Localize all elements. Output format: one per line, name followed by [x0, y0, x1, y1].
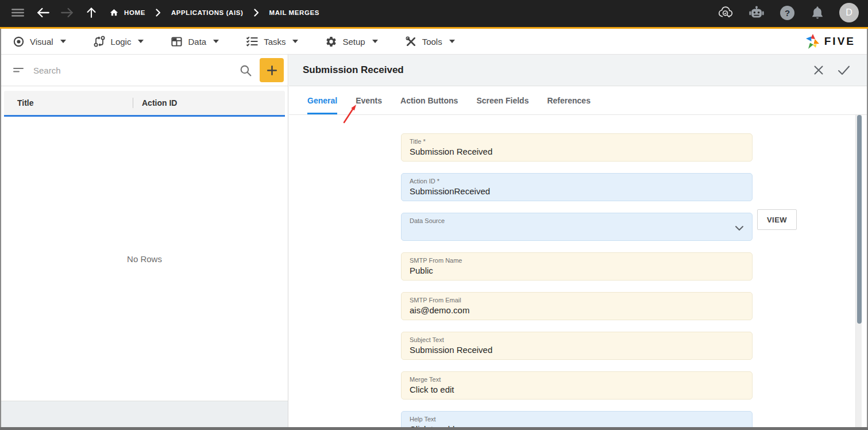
- topbar-right-icons: ? D: [717, 3, 859, 22]
- detail-header: Submission Received: [289, 55, 867, 86]
- breadcrumb: HOMEAPPLICATIONS (AIS)MAIL MERGES: [109, 8, 319, 17]
- back-arrow-icon[interactable]: [34, 4, 52, 21]
- form-fields: Title *Submission ReceivedAction ID *Sub…: [401, 133, 753, 430]
- chevron-down-icon[interactable]: [735, 223, 744, 233]
- field-label: Help Text: [410, 415, 744, 423]
- menu-item-data[interactable]: Data: [171, 36, 219, 48]
- chevron-down-caret-icon: [292, 40, 298, 43]
- menu-item-label: Data: [188, 37, 206, 47]
- field-merge-text[interactable]: Merge TextClick to edit: [401, 371, 753, 400]
- menu-item-setup[interactable]: Setup: [325, 36, 377, 48]
- breadcrumb-item-applications-ais[interactable]: APPLICATIONS (AIS): [171, 9, 244, 16]
- view-button[interactable]: VIEW: [757, 209, 797, 230]
- breadcrumb-label: HOME: [124, 9, 145, 16]
- field-title[interactable]: Title *Submission Received: [401, 133, 753, 162]
- window-frame-bottom: [0, 427, 868, 430]
- close-icon[interactable]: [811, 62, 827, 78]
- menu-item-label: Logic: [111, 37, 132, 47]
- menu-item-label: Setup: [342, 37, 365, 47]
- menu-toolbar: VisualLogicDataTasksSetupTools FIVE: [0, 29, 868, 55]
- forward-arrow-icon[interactable]: [59, 4, 76, 21]
- tab-action-buttons[interactable]: Action Buttons: [400, 86, 458, 114]
- menu-setup-icon: [325, 36, 337, 48]
- field-label: Data Source: [410, 217, 744, 225]
- up-arrow-icon[interactable]: [83, 4, 100, 21]
- notifications-bell-icon[interactable]: [809, 4, 826, 21]
- field-label: SMTP From Email: [410, 296, 744, 304]
- menu-item-tools[interactable]: Tools: [405, 36, 455, 48]
- field-value: Submission Received: [410, 344, 744, 356]
- menu-tools-icon: [405, 36, 417, 48]
- chevron-down-caret-icon: [449, 40, 455, 43]
- menu-items: VisualLogicDataTasksSetupTools: [13, 35, 482, 48]
- menu-item-visual[interactable]: Visual: [13, 36, 66, 48]
- column-header-title[interactable]: Title: [4, 98, 133, 108]
- top-navbar: HOMEAPPLICATIONS (AIS)MAIL MERGES ? D: [0, 0, 868, 29]
- tab-references[interactable]: References: [547, 86, 591, 114]
- chevron-down-caret-icon: [372, 40, 378, 43]
- field-value: [410, 225, 744, 237]
- field-smtp-from-email[interactable]: SMTP From Emailais@demo.com: [401, 292, 753, 320]
- menu-item-label: Tools: [422, 37, 442, 47]
- filter-icon[interactable]: [13, 64, 24, 76]
- field-action-id[interactable]: Action ID *SubmissionReceived: [401, 173, 753, 201]
- window-frame-left: [0, 29, 1, 430]
- menu-data-icon: [171, 36, 183, 48]
- form-content: Title *Submission ReceivedAction ID *Sub…: [289, 115, 867, 427]
- tab-events[interactable]: Events: [356, 86, 382, 114]
- list-footer: [1, 401, 288, 427]
- search-input[interactable]: [33, 66, 239, 75]
- home-icon: [109, 8, 119, 17]
- field-label: Merge Text: [410, 375, 744, 383]
- vertical-scrollbar[interactable]: [855, 115, 862, 427]
- field-value: Public: [410, 264, 744, 277]
- user-avatar[interactable]: D: [839, 3, 859, 22]
- field-smtp-from-name[interactable]: SMTP From NamePublic: [401, 252, 753, 281]
- detail-title: Submission Received: [303, 64, 404, 76]
- field-value: Click to edit: [410, 383, 744, 396]
- menu-item-label: Tasks: [264, 37, 286, 47]
- breadcrumb-label: MAIL MERGES: [269, 9, 320, 16]
- search-row: [1, 55, 288, 86]
- save-check-icon[interactable]: [836, 62, 852, 78]
- menu-item-label: Visual: [30, 37, 53, 47]
- tab-screen-fields[interactable]: Screen Fields: [476, 86, 528, 114]
- field-data-source[interactable]: Data Source: [401, 213, 753, 241]
- assistant-bot-icon[interactable]: [748, 4, 765, 21]
- field-value: Submission Received: [410, 145, 744, 158]
- chevron-down-caret-icon: [60, 40, 66, 43]
- plus-icon: [265, 64, 279, 77]
- field-subject-text[interactable]: Subject TextSubmission Received: [401, 332, 753, 360]
- chevron-down-caret-icon: [138, 40, 144, 43]
- chevron-down-caret-icon: [213, 40, 219, 43]
- field-value: SubmissionReceived: [410, 185, 744, 197]
- menu-item-tasks[interactable]: Tasks: [246, 36, 298, 47]
- five-logo-pinwheel-icon: [805, 33, 820, 49]
- record-list-body: No Rows: [1, 117, 288, 401]
- tab-general[interactable]: General: [307, 86, 337, 114]
- list-column-headers: Title Action ID: [4, 91, 285, 117]
- menu-logic-icon: [93, 35, 106, 48]
- scrollbar-thumb[interactable]: [857, 115, 862, 324]
- field-label: Subject Text: [410, 336, 744, 344]
- menu-visual-icon: [13, 36, 25, 48]
- cloud-search-icon[interactable]: [717, 4, 735, 21]
- add-record-button[interactable]: [260, 58, 284, 82]
- no-rows-message: No Rows: [127, 254, 162, 264]
- breadcrumb-label: APPLICATIONS (AIS): [171, 9, 244, 16]
- menu-tasks-icon: [246, 36, 259, 47]
- breadcrumb-item-home[interactable]: HOME: [109, 8, 145, 17]
- hamburger-menu-icon[interactable]: [9, 4, 26, 21]
- field-label: Title *: [410, 137, 744, 145]
- field-label: SMTP From Name: [410, 256, 744, 264]
- breadcrumb-item-mail-merges[interactable]: MAIL MERGES: [269, 9, 320, 16]
- search-icon[interactable]: [239, 64, 252, 77]
- detail-panel: Submission Received GeneralEventsAction …: [289, 55, 867, 427]
- column-header-action-id[interactable]: Action ID: [133, 98, 177, 108]
- field-value: ais@demo.com: [410, 304, 744, 316]
- menu-item-logic[interactable]: Logic: [93, 35, 144, 48]
- five-logo-text: FIVE: [824, 35, 855, 48]
- five-logo: FIVE: [805, 33, 855, 49]
- help-icon[interactable]: ?: [778, 4, 796, 21]
- record-list-panel: Title Action ID No Rows: [1, 55, 288, 427]
